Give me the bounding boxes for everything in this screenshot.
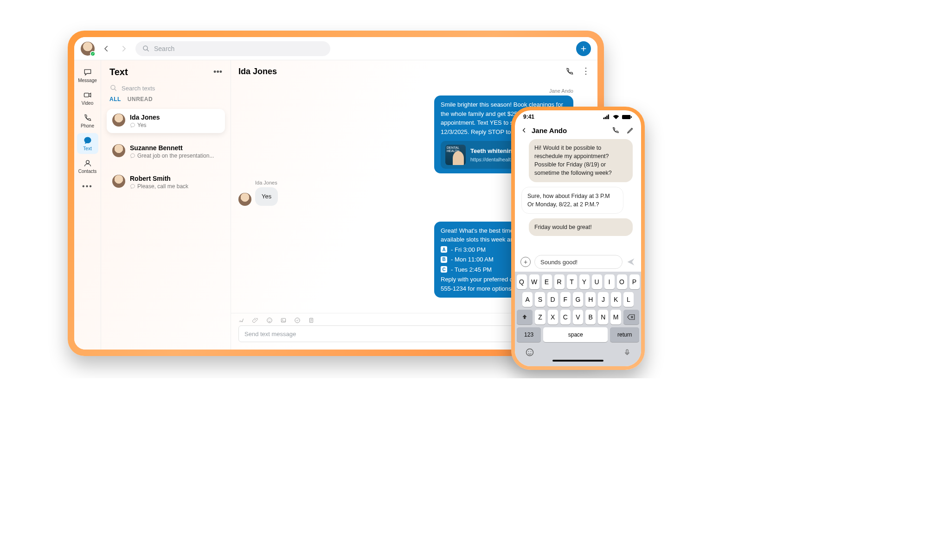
svg-point-4 [267,318,272,323]
phone-icon [565,67,574,76]
filter-unread[interactable]: UNREAD [128,96,153,102]
shift-key[interactable] [517,310,533,325]
emoji-button[interactable] [266,317,273,324]
attach-button[interactable] [252,317,259,324]
image-button[interactable] [280,317,287,324]
rail-label: Text [83,146,91,151]
rail-more-button[interactable]: ••• [82,182,93,191]
send-icon [626,257,635,267]
global-search-placeholder: Search [154,45,174,52]
slot-option: - Fri 3:00 PM [451,245,486,255]
message-input-placeholder: Send text message [244,331,296,337]
filter-all[interactable]: ALL [109,96,121,102]
rail-phone[interactable]: Phone [77,110,98,131]
thread-name: Robert Smith [130,175,219,182]
svg-point-17 [526,349,533,356]
letter-key[interactable]: W [529,274,539,289]
new-action-button[interactable] [576,41,591,56]
letter-key[interactable]: H [585,292,596,307]
sidebar-search-placeholder: Search texts [122,85,155,92]
letter-key[interactable]: X [548,310,558,325]
note-button[interactable] [308,317,315,324]
svg-rect-16 [631,116,632,118]
checkmark-button[interactable] [294,317,301,324]
thread-item[interactable]: Robert Smith Please, call me back [107,170,225,194]
letter-key[interactable]: M [610,310,621,325]
plus-icon: + [524,258,527,266]
phone-message-in: Hi! Would it be possible to reschedule m… [529,139,633,182]
plus-icon [580,45,587,52]
thread-item[interactable]: Ida Jones Yes [107,109,225,133]
profile-avatar[interactable] [81,42,95,56]
letter-key[interactable]: F [560,292,571,307]
letter-key[interactable]: T [567,274,577,289]
svg-point-9 [295,318,300,323]
letter-key[interactable]: O [617,274,627,289]
phone-frame: 9:41 Jane Ando Hi! Would it be possible … [511,107,645,370]
thread-item[interactable]: Suzanne Bennett Great job on the present… [107,140,225,164]
rail-video[interactable]: Video [77,88,98,108]
nav-back-button[interactable] [100,43,112,55]
phone-compose-input[interactable]: Sounds good! [534,255,623,269]
rail-contacts[interactable]: Contacts [77,156,98,177]
nav-forward-button[interactable] [118,43,130,55]
sender-label: Jane Ando [549,88,573,94]
letter-key[interactable]: Z [535,310,545,325]
letter-key[interactable]: C [560,310,571,325]
slot-option: - Mon 11:00 AM [451,255,494,264]
chevron-left-icon [521,126,527,134]
letter-key[interactable]: V [573,310,583,325]
backspace-icon [627,314,635,320]
phone-conversation-title: Jane Ando [532,127,567,134]
letter-key[interactable]: K [611,292,621,307]
sidebar-search-input[interactable]: Search texts [101,79,231,94]
rail-label: Contacts [78,169,96,174]
wifi-icon [612,115,620,120]
letter-key[interactable]: Q [517,274,527,289]
status-time: 9:41 [523,114,534,120]
letter-key[interactable]: P [629,274,640,289]
letter-key[interactable]: E [542,274,552,289]
space-key[interactable]: space [543,327,608,342]
phone-edit-button[interactable] [626,126,635,134]
global-search-input[interactable]: Search [135,41,330,56]
phone-message-in: Friday would be great! [529,218,633,236]
contacts-icon [83,159,92,168]
return-key[interactable]: return [610,327,639,342]
phone-back-button[interactable] [521,126,527,134]
backspace-key[interactable] [623,310,639,325]
home-indicator[interactable] [552,360,603,362]
letter-key[interactable]: U [592,274,602,289]
letter-key[interactable]: N [598,310,608,325]
letter-key[interactable]: A [522,292,533,307]
letter-key[interactable]: G [573,292,583,307]
letter-key[interactable]: I [604,274,615,289]
topbar: Search [74,37,597,60]
signature-button[interactable] [238,317,245,324]
chat-bubble-icon [130,184,135,189]
letter-key[interactable]: J [598,292,608,307]
svg-point-3 [111,85,115,89]
letter-key[interactable]: B [585,310,596,325]
letter-key[interactable]: R [554,274,565,289]
phone-attach-button[interactable]: + [520,257,531,267]
call-button[interactable] [565,67,574,76]
letter-key[interactable]: D [547,292,558,307]
keyboard-mic-button[interactable] [623,348,631,357]
chat-bubble-icon [130,153,135,159]
rail-text[interactable]: Text [77,133,98,154]
phone-call-button[interactable] [611,126,620,134]
letter-key[interactable]: Y [579,274,590,289]
mic-icon [623,348,631,357]
paperclip-icon [252,317,259,324]
chat-bubble-icon [130,122,135,128]
conversation-more-button[interactable]: ⋮ [582,67,590,76]
letter-key[interactable]: S [535,292,545,307]
rail-message[interactable]: Message [77,65,98,86]
phone-send-button[interactable] [626,257,635,267]
letter-key[interactable]: L [623,292,634,307]
sidebar-more-button[interactable]: ••• [213,67,222,77]
numbers-key[interactable]: 123 [517,327,541,342]
phone-icon [611,126,620,134]
keyboard-emoji-button[interactable] [525,348,534,357]
